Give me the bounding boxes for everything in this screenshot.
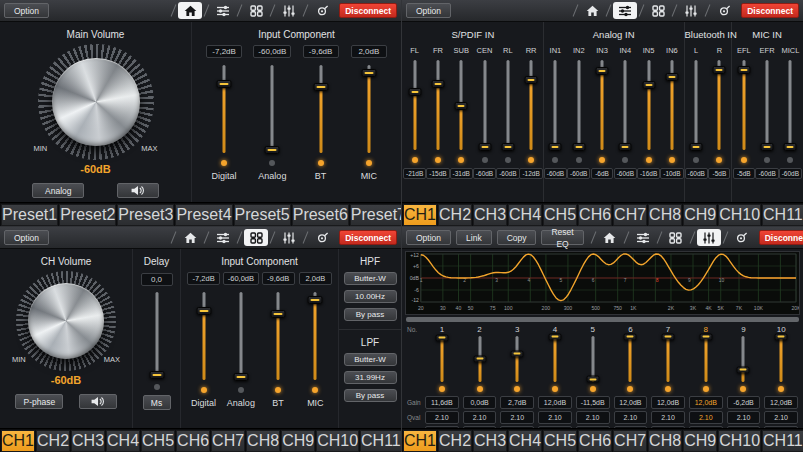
hpf-bypass-button[interactable]: By pass bbox=[344, 308, 397, 321]
nav-mixer[interactable] bbox=[613, 2, 637, 19]
tab-ch8[interactable]: CH8 bbox=[246, 430, 280, 452]
tab-ch9[interactable]: CH9 bbox=[281, 430, 315, 452]
slider-handle[interactable] bbox=[308, 296, 323, 304]
option-button[interactable]: Option bbox=[4, 3, 49, 18]
delay-value-chip[interactable]: 0,0 bbox=[141, 273, 173, 286]
mixer-value-chip[interactable]: -10dB bbox=[660, 168, 683, 179]
nav-link[interactable] bbox=[730, 229, 754, 246]
eq-qval-chip[interactable]: 2.10 bbox=[463, 411, 497, 424]
slider-handle[interactable] bbox=[149, 371, 164, 379]
hpf-freq-button[interactable]: 10.00Hz bbox=[344, 290, 397, 303]
disconnect-button[interactable]: Disconnect bbox=[339, 3, 397, 18]
input-slider-digital[interactable] bbox=[197, 292, 211, 380]
eq-band-slider-9[interactable] bbox=[736, 336, 750, 382]
slider-handle[interactable] bbox=[690, 143, 703, 151]
tab-ch7[interactable]: CH7 bbox=[613, 204, 647, 226]
mixer-value-chip[interactable]: -60dB bbox=[755, 168, 778, 179]
slider-handle[interactable] bbox=[455, 102, 468, 110]
tab-ch10[interactable]: CH10 bbox=[316, 430, 359, 452]
mixer-slider-efr[interactable] bbox=[760, 60, 774, 150]
nav-grid[interactable] bbox=[244, 2, 268, 19]
mixer-slider-in6[interactable] bbox=[665, 60, 679, 150]
slider-handle[interactable] bbox=[699, 333, 712, 340]
slider-handle[interactable] bbox=[233, 373, 248, 381]
tab-ch5[interactable]: CH5 bbox=[543, 430, 577, 452]
slider-handle[interactable] bbox=[624, 333, 637, 340]
slider-handle[interactable] bbox=[196, 307, 211, 315]
input-slider-mic[interactable] bbox=[308, 292, 322, 380]
analog-value-chip[interactable]: -60,0dB bbox=[253, 45, 291, 58]
tab-ch6[interactable]: CH6 bbox=[578, 430, 612, 452]
mic-value-chip[interactable]: 2,0dB bbox=[351, 45, 387, 58]
digital-value-chip[interactable]: -7,2dB bbox=[187, 272, 220, 285]
delay-slider[interactable] bbox=[150, 292, 164, 378]
eq-qval-chip[interactable]: 2.10 bbox=[576, 411, 610, 424]
input-slider-analog[interactable] bbox=[265, 65, 279, 153]
eq-qval-chip[interactable]: 2.10 bbox=[538, 411, 572, 424]
nav-link[interactable] bbox=[310, 2, 334, 19]
tab-ch7[interactable]: CH7 bbox=[613, 430, 647, 452]
ch-volume-knob[interactable]: MIN MAX bbox=[16, 271, 116, 371]
tab-ch8[interactable]: CH8 bbox=[648, 430, 682, 452]
mixer-value-chip[interactable]: -60dB bbox=[567, 168, 590, 179]
mixer-slider-rl[interactable] bbox=[501, 60, 515, 150]
tab-ch2[interactable]: CH2 bbox=[36, 430, 70, 452]
tab-ch3[interactable]: CH3 bbox=[71, 430, 105, 452]
slider-handle[interactable] bbox=[665, 73, 678, 81]
preset-preset2[interactable]: Preset2 bbox=[59, 204, 116, 226]
eq-band-slider-6[interactable] bbox=[623, 336, 637, 382]
eq-gain-chip[interactable]: -6,2dB bbox=[727, 396, 761, 409]
disconnect-button[interactable]: Disconnect bbox=[759, 230, 803, 245]
nav-link[interactable] bbox=[712, 2, 736, 19]
mute-button[interactable] bbox=[117, 183, 159, 198]
tab-ch9[interactable]: CH9 bbox=[683, 430, 717, 452]
mixer-slider-in5[interactable] bbox=[642, 60, 656, 150]
slider-handle[interactable] bbox=[761, 143, 774, 151]
mixer-slider-micl[interactable] bbox=[783, 60, 797, 150]
slider-handle[interactable] bbox=[548, 333, 561, 340]
tab-ch1[interactable]: CH1 bbox=[1, 430, 35, 452]
mixer-slider-r[interactable] bbox=[712, 60, 726, 150]
nav-link[interactable] bbox=[310, 229, 334, 246]
input-slider-digital[interactable] bbox=[217, 65, 231, 153]
tab-ch6[interactable]: CH6 bbox=[176, 430, 210, 452]
slider-handle[interactable] bbox=[549, 143, 562, 151]
eq-gain-chip[interactable]: 11,6dB bbox=[425, 396, 459, 409]
tab-ch2[interactable]: CH2 bbox=[438, 204, 472, 226]
mixer-value-chip[interactable]: -5dB bbox=[733, 168, 755, 179]
slider-handle[interactable] bbox=[217, 80, 232, 88]
mixer-slider-rr[interactable] bbox=[524, 60, 538, 150]
eq-band-slider-3[interactable] bbox=[510, 336, 524, 382]
mixer-value-chip[interactable]: -16dB bbox=[637, 168, 660, 179]
nav-grid[interactable] bbox=[646, 2, 670, 19]
mixer-value-chip[interactable]: -21dB bbox=[403, 168, 426, 179]
mixer-slider-cen[interactable] bbox=[478, 60, 492, 150]
preset-preset1[interactable]: Preset1 bbox=[1, 204, 58, 226]
input-slider-mic[interactable] bbox=[362, 65, 376, 153]
mixer-value-chip[interactable]: -60dB bbox=[685, 168, 708, 179]
slider-handle[interactable] bbox=[478, 143, 491, 151]
input-slider-analog[interactable] bbox=[234, 292, 248, 380]
slider-handle[interactable] bbox=[586, 376, 599, 383]
eq-qval-chip[interactable]: 2.10 bbox=[500, 411, 534, 424]
tab-ch5[interactable]: CH5 bbox=[141, 430, 175, 452]
slider-handle[interactable] bbox=[737, 366, 750, 373]
tab-ch4[interactable]: CH4 bbox=[508, 204, 542, 226]
mixer-slider-fl[interactable] bbox=[408, 60, 422, 150]
eq-gain-chip[interactable]: 0,0dB bbox=[463, 396, 497, 409]
bt-value-chip[interactable]: -9,6dB bbox=[262, 272, 295, 285]
eq-qval-chip[interactable]: 2.10 bbox=[689, 411, 723, 424]
disconnect-button[interactable]: Disconnect bbox=[339, 230, 397, 245]
slider-handle[interactable] bbox=[642, 81, 655, 89]
nav-eq[interactable] bbox=[679, 2, 703, 19]
nav-eq[interactable] bbox=[697, 229, 721, 246]
mixer-value-chip[interactable]: -31dB bbox=[450, 168, 473, 179]
mixer-slider-efl[interactable] bbox=[737, 60, 751, 150]
eq-band-slider-2[interactable] bbox=[473, 336, 487, 382]
mixer-value-chip[interactable]: -60dB bbox=[473, 168, 496, 179]
preset-preset4[interactable]: Preset4 bbox=[175, 204, 232, 226]
nav-home[interactable] bbox=[580, 2, 604, 19]
eq-qval-chip[interactable]: 2.10 bbox=[651, 411, 685, 424]
preset-preset5[interactable]: Preset5 bbox=[234, 204, 291, 226]
mixer-value-chip[interactable]: -60dB bbox=[496, 168, 519, 179]
